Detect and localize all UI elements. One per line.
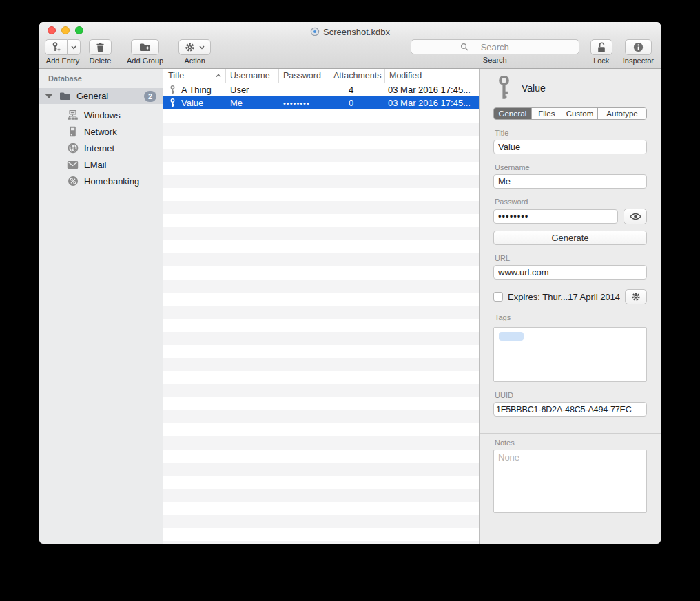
sidebar-item-internet[interactable]: Internet bbox=[39, 140, 163, 156]
delete-label: Delete bbox=[90, 56, 112, 65]
table-row[interactable]: A Thing User 4 03 Mar 2016 17:45... bbox=[163, 83, 479, 96]
search-input[interactable] bbox=[411, 39, 579, 54]
notes-field-label: Notes bbox=[495, 439, 647, 447]
key-icon bbox=[169, 98, 176, 107]
workgroup-icon bbox=[67, 109, 79, 120]
sidebar-item-network[interactable]: Network bbox=[39, 123, 163, 140]
eye-icon bbox=[630, 213, 641, 220]
minimize-button[interactable] bbox=[61, 26, 70, 34]
add-group-item: Add Group bbox=[127, 39, 163, 65]
zoom-button[interactable] bbox=[75, 26, 83, 34]
percent-icon bbox=[68, 176, 79, 187]
password-field-label: Password bbox=[495, 198, 647, 206]
username-field[interactable] bbox=[493, 174, 647, 189]
table-header: Title Username Password Attachments Modi… bbox=[163, 69, 479, 83]
key-icon bbox=[169, 85, 176, 94]
tab-autotype[interactable]: Autotype bbox=[598, 108, 646, 119]
search-label: Search bbox=[483, 56, 507, 64]
tags-field-label: Tags bbox=[495, 313, 647, 321]
window-title-text: Screenshot.kdbx bbox=[323, 27, 390, 37]
column-header-modified[interactable]: Modified bbox=[385, 69, 479, 83]
url-field-label: URL bbox=[495, 254, 647, 262]
password-field[interactable] bbox=[493, 209, 618, 224]
sidebar-item-email[interactable]: EMail bbox=[39, 156, 163, 173]
table-row-selected[interactable]: Value Me •••••••• 0 03 Mar 2016 17:45... bbox=[163, 96, 479, 109]
inspector-button[interactable] bbox=[625, 39, 652, 55]
title-field-label: Title bbox=[495, 129, 647, 137]
info-icon bbox=[633, 42, 644, 52]
sort-asc-icon bbox=[216, 74, 221, 78]
uuid-field[interactable] bbox=[493, 402, 647, 417]
table-body[interactable]: A Thing User 4 03 Mar 2016 17:45... Valu… bbox=[163, 83, 479, 544]
column-header-username[interactable]: Username bbox=[226, 69, 279, 83]
delete-button[interactable] bbox=[89, 39, 112, 55]
document-icon bbox=[310, 27, 320, 36]
inspector-label: Inspector bbox=[623, 56, 654, 65]
search-item: Search bbox=[411, 39, 579, 64]
uuid-field-label: UUID bbox=[495, 391, 647, 399]
chevron-down-icon bbox=[71, 45, 76, 50]
title-bar: Screenshot.kdbx bbox=[39, 22, 661, 39]
gear-icon bbox=[631, 292, 641, 302]
add-entry-dropdown-button[interactable] bbox=[68, 39, 81, 55]
folder-icon bbox=[59, 92, 71, 101]
column-header-attachments[interactable]: Attachments bbox=[329, 69, 385, 83]
lock-label: Lock bbox=[593, 56, 609, 65]
delete-item: Delete bbox=[89, 39, 112, 65]
tab-files[interactable]: Files bbox=[532, 108, 562, 119]
disclosure-triangle-icon[interactable] bbox=[45, 94, 53, 98]
notes-field[interactable] bbox=[493, 450, 647, 513]
traffic-lights bbox=[48, 26, 83, 34]
expires-label: Expires: Thur...17 April 2014 bbox=[508, 292, 620, 302]
action-label: Action bbox=[184, 56, 205, 65]
url-field[interactable] bbox=[493, 265, 647, 280]
sidebar-item-homebanking[interactable]: Homebanking bbox=[39, 173, 163, 189]
inspector-item: Inspector bbox=[623, 39, 654, 65]
window-header: Screenshot.kdbx bbox=[39, 22, 661, 69]
add-group-button[interactable] bbox=[131, 39, 159, 55]
sidebar-item-label: Windows bbox=[84, 110, 121, 120]
key-icon bbox=[497, 76, 511, 101]
add-group-label: Add Group bbox=[127, 56, 163, 65]
reveal-password-button[interactable] bbox=[624, 209, 647, 224]
tag-token[interactable] bbox=[499, 332, 524, 341]
inspector-header: Value bbox=[493, 69, 647, 107]
folder-plus-icon bbox=[139, 43, 151, 52]
key-plus-icon bbox=[51, 42, 61, 52]
expires-row: Expires: Thur...17 April 2014 bbox=[493, 289, 647, 304]
toolbar: Add Entry Delete bbox=[39, 39, 661, 69]
column-header-title[interactable]: Title bbox=[163, 69, 226, 83]
close-button[interactable] bbox=[48, 26, 56, 34]
lock-item: Lock bbox=[590, 39, 612, 65]
action-button[interactable] bbox=[178, 39, 211, 55]
tab-general[interactable]: General bbox=[494, 108, 532, 119]
chevron-down-icon bbox=[199, 45, 205, 50]
app-window: Screenshot.kdbx bbox=[39, 22, 661, 544]
trash-icon bbox=[96, 43, 105, 52]
envelope-icon bbox=[67, 160, 79, 169]
expires-checkbox[interactable] bbox=[493, 292, 503, 302]
column-header-password[interactable]: Password bbox=[279, 69, 329, 83]
generate-button[interactable]: Generate bbox=[493, 231, 647, 245]
username-field-label: Username bbox=[495, 163, 647, 171]
sidebar-item-label: General bbox=[76, 91, 108, 101]
sidebar-item-label: Internet bbox=[84, 143, 114, 154]
section-divider bbox=[480, 433, 661, 434]
entry-table: Title Username Password Attachments Modi… bbox=[163, 69, 479, 544]
tab-custom[interactable]: Custom bbox=[562, 108, 598, 119]
sidebar-item-general[interactable]: General 2 bbox=[39, 88, 163, 104]
sidebar-item-windows[interactable]: Windows bbox=[39, 107, 163, 123]
inspector-tabs: General Files Custom Autotype bbox=[493, 107, 647, 120]
globe-icon bbox=[68, 143, 79, 154]
window-title: Screenshot.kdbx bbox=[310, 24, 390, 37]
lock-button[interactable] bbox=[590, 39, 612, 55]
inspector-panel: Value General Files Custom Autotype Titl… bbox=[479, 69, 661, 544]
tags-box[interactable] bbox=[493, 327, 647, 382]
section-divider bbox=[480, 518, 661, 518]
title-field[interactable] bbox=[493, 140, 647, 154]
sidebar-item-label: EMail bbox=[84, 160, 107, 170]
expires-settings-button[interactable] bbox=[625, 289, 647, 304]
add-entry-button[interactable] bbox=[45, 39, 68, 55]
sidebar-item-label: Network bbox=[84, 127, 117, 137]
add-entry-item: Add Entry bbox=[45, 39, 81, 65]
